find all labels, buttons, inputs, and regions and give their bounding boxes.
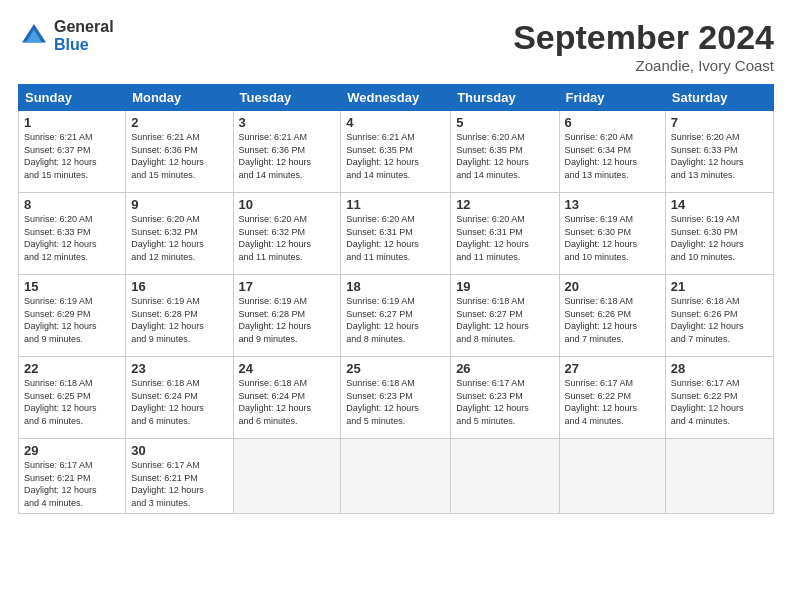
day-number: 2	[131, 115, 227, 130]
day-info: Sunrise: 6:20 AM Sunset: 6:31 PM Dayligh…	[456, 213, 553, 263]
calendar-cell: 15Sunrise: 6:19 AM Sunset: 6:29 PM Dayli…	[19, 275, 126, 357]
calendar-cell: 17Sunrise: 6:19 AM Sunset: 6:28 PM Dayli…	[233, 275, 341, 357]
col-header-sunday: Sunday	[19, 85, 126, 111]
calendar-cell: 14Sunrise: 6:19 AM Sunset: 6:30 PM Dayli…	[665, 193, 773, 275]
calendar-cell	[233, 439, 341, 514]
day-number: 14	[671, 197, 768, 212]
day-number: 3	[239, 115, 336, 130]
day-info: Sunrise: 6:17 AM Sunset: 6:23 PM Dayligh…	[456, 377, 553, 427]
calendar-cell	[559, 439, 665, 514]
day-number: 9	[131, 197, 227, 212]
day-info: Sunrise: 6:19 AM Sunset: 6:30 PM Dayligh…	[671, 213, 768, 263]
col-header-monday: Monday	[126, 85, 233, 111]
logo: General Blue	[18, 18, 114, 53]
location: Zoandie, Ivory Coast	[513, 57, 774, 74]
day-number: 6	[565, 115, 660, 130]
day-number: 5	[456, 115, 553, 130]
day-number: 8	[24, 197, 120, 212]
day-info: Sunrise: 6:20 AM Sunset: 6:33 PM Dayligh…	[24, 213, 120, 263]
day-info: Sunrise: 6:18 AM Sunset: 6:24 PM Dayligh…	[239, 377, 336, 427]
calendar-week-5: 29Sunrise: 6:17 AM Sunset: 6:21 PM Dayli…	[19, 439, 774, 514]
day-info: Sunrise: 6:18 AM Sunset: 6:23 PM Dayligh…	[346, 377, 445, 427]
day-number: 10	[239, 197, 336, 212]
day-info: Sunrise: 6:20 AM Sunset: 6:34 PM Dayligh…	[565, 131, 660, 181]
day-info: Sunrise: 6:18 AM Sunset: 6:27 PM Dayligh…	[456, 295, 553, 345]
calendar-cell	[451, 439, 559, 514]
calendar-cell: 5Sunrise: 6:20 AM Sunset: 6:35 PM Daylig…	[451, 111, 559, 193]
calendar-cell: 2Sunrise: 6:21 AM Sunset: 6:36 PM Daylig…	[126, 111, 233, 193]
day-info: Sunrise: 6:20 AM Sunset: 6:35 PM Dayligh…	[456, 131, 553, 181]
calendar-cell: 24Sunrise: 6:18 AM Sunset: 6:24 PM Dayli…	[233, 357, 341, 439]
day-info: Sunrise: 6:19 AM Sunset: 6:29 PM Dayligh…	[24, 295, 120, 345]
day-info: Sunrise: 6:18 AM Sunset: 6:24 PM Dayligh…	[131, 377, 227, 427]
day-number: 4	[346, 115, 445, 130]
calendar-header-row: SundayMondayTuesdayWednesdayThursdayFrid…	[19, 85, 774, 111]
calendar-cell: 21Sunrise: 6:18 AM Sunset: 6:26 PM Dayli…	[665, 275, 773, 357]
calendar-cell: 25Sunrise: 6:18 AM Sunset: 6:23 PM Dayli…	[341, 357, 451, 439]
calendar-cell: 29Sunrise: 6:17 AM Sunset: 6:21 PM Dayli…	[19, 439, 126, 514]
calendar-week-2: 8Sunrise: 6:20 AM Sunset: 6:33 PM Daylig…	[19, 193, 774, 275]
logo-blue-text: Blue	[54, 36, 114, 54]
day-info: Sunrise: 6:20 AM Sunset: 6:31 PM Dayligh…	[346, 213, 445, 263]
day-info: Sunrise: 6:20 AM Sunset: 6:32 PM Dayligh…	[131, 213, 227, 263]
logo-text: General Blue	[54, 18, 114, 53]
col-header-saturday: Saturday	[665, 85, 773, 111]
day-info: Sunrise: 6:18 AM Sunset: 6:25 PM Dayligh…	[24, 377, 120, 427]
day-info: Sunrise: 6:19 AM Sunset: 6:28 PM Dayligh…	[239, 295, 336, 345]
calendar-cell: 12Sunrise: 6:20 AM Sunset: 6:31 PM Dayli…	[451, 193, 559, 275]
calendar-cell: 28Sunrise: 6:17 AM Sunset: 6:22 PM Dayli…	[665, 357, 773, 439]
day-number: 26	[456, 361, 553, 376]
day-number: 22	[24, 361, 120, 376]
day-number: 18	[346, 279, 445, 294]
calendar-cell	[665, 439, 773, 514]
day-number: 7	[671, 115, 768, 130]
day-info: Sunrise: 6:21 AM Sunset: 6:36 PM Dayligh…	[239, 131, 336, 181]
day-number: 20	[565, 279, 660, 294]
calendar-cell: 8Sunrise: 6:20 AM Sunset: 6:33 PM Daylig…	[19, 193, 126, 275]
col-header-friday: Friday	[559, 85, 665, 111]
day-info: Sunrise: 6:21 AM Sunset: 6:37 PM Dayligh…	[24, 131, 120, 181]
calendar-week-1: 1Sunrise: 6:21 AM Sunset: 6:37 PM Daylig…	[19, 111, 774, 193]
day-number: 24	[239, 361, 336, 376]
day-number: 30	[131, 443, 227, 458]
logo-general: General	[54, 18, 114, 36]
col-header-thursday: Thursday	[451, 85, 559, 111]
col-header-tuesday: Tuesday	[233, 85, 341, 111]
day-number: 27	[565, 361, 660, 376]
day-info: Sunrise: 6:18 AM Sunset: 6:26 PM Dayligh…	[671, 295, 768, 345]
day-info: Sunrise: 6:21 AM Sunset: 6:36 PM Dayligh…	[131, 131, 227, 181]
calendar-cell: 10Sunrise: 6:20 AM Sunset: 6:32 PM Dayli…	[233, 193, 341, 275]
calendar-cell: 4Sunrise: 6:21 AM Sunset: 6:35 PM Daylig…	[341, 111, 451, 193]
day-info: Sunrise: 6:19 AM Sunset: 6:28 PM Dayligh…	[131, 295, 227, 345]
calendar-cell: 26Sunrise: 6:17 AM Sunset: 6:23 PM Dayli…	[451, 357, 559, 439]
day-info: Sunrise: 6:18 AM Sunset: 6:26 PM Dayligh…	[565, 295, 660, 345]
day-number: 12	[456, 197, 553, 212]
day-info: Sunrise: 6:20 AM Sunset: 6:32 PM Dayligh…	[239, 213, 336, 263]
col-header-wednesday: Wednesday	[341, 85, 451, 111]
day-number: 19	[456, 279, 553, 294]
month-title: September 2024	[513, 18, 774, 57]
day-number: 25	[346, 361, 445, 376]
calendar-cell: 3Sunrise: 6:21 AM Sunset: 6:36 PM Daylig…	[233, 111, 341, 193]
day-number: 17	[239, 279, 336, 294]
calendar-cell: 13Sunrise: 6:19 AM Sunset: 6:30 PM Dayli…	[559, 193, 665, 275]
calendar-cell: 23Sunrise: 6:18 AM Sunset: 6:24 PM Dayli…	[126, 357, 233, 439]
day-info: Sunrise: 6:17 AM Sunset: 6:22 PM Dayligh…	[565, 377, 660, 427]
calendar-cell: 19Sunrise: 6:18 AM Sunset: 6:27 PM Dayli…	[451, 275, 559, 357]
day-number: 11	[346, 197, 445, 212]
day-number: 1	[24, 115, 120, 130]
header: General Blue September 2024 Zoandie, Ivo…	[18, 18, 774, 74]
day-info: Sunrise: 6:20 AM Sunset: 6:33 PM Dayligh…	[671, 131, 768, 181]
calendar-cell: 22Sunrise: 6:18 AM Sunset: 6:25 PM Dayli…	[19, 357, 126, 439]
calendar-cell	[341, 439, 451, 514]
title-area: September 2024 Zoandie, Ivory Coast	[513, 18, 774, 74]
day-info: Sunrise: 6:19 AM Sunset: 6:27 PM Dayligh…	[346, 295, 445, 345]
calendar-week-3: 15Sunrise: 6:19 AM Sunset: 6:29 PM Dayli…	[19, 275, 774, 357]
calendar-cell: 20Sunrise: 6:18 AM Sunset: 6:26 PM Dayli…	[559, 275, 665, 357]
calendar-cell: 9Sunrise: 6:20 AM Sunset: 6:32 PM Daylig…	[126, 193, 233, 275]
day-number: 28	[671, 361, 768, 376]
calendar-cell: 27Sunrise: 6:17 AM Sunset: 6:22 PM Dayli…	[559, 357, 665, 439]
day-number: 15	[24, 279, 120, 294]
page: General Blue September 2024 Zoandie, Ivo…	[0, 0, 792, 612]
day-info: Sunrise: 6:17 AM Sunset: 6:21 PM Dayligh…	[24, 459, 120, 509]
